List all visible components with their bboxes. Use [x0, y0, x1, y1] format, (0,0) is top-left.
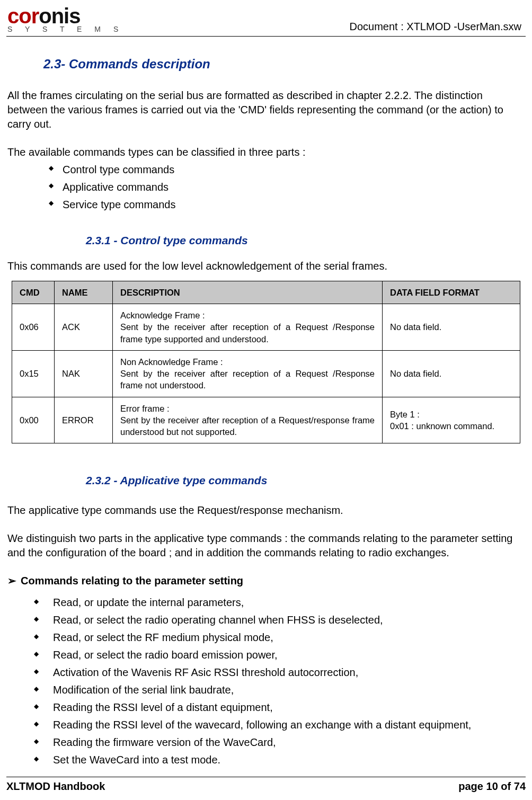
col-header-name: NAME	[55, 281, 113, 304]
section-2-3-intro-2: The available commands types can be clas…	[7, 145, 525, 159]
list-item: Reading the RSSI level of a distant equi…	[34, 700, 525, 715]
page-footer: XLTMOD Handbook page 10 of 74	[6, 777, 526, 793]
cell-name: ERROR	[55, 397, 113, 443]
footer-row: XLTMOD Handbook page 10 of 74	[6, 780, 526, 793]
section-2-3-title: 2.3- Commands description	[43, 56, 525, 73]
cell-desc: Acknowledge Frame :Sent by the receiver …	[113, 304, 383, 351]
section-2-3-1-intro: This commands are used for the low level…	[7, 259, 525, 273]
section-2-3-1-title: 2.3.1 - Control type commands	[86, 233, 525, 248]
list-item: Read, or select the radio operating chan…	[34, 613, 525, 627]
cell-desc: Non Acknowledge Frame :Sent by the recei…	[113, 350, 383, 397]
logo-text-red: cor	[7, 4, 39, 28]
param-setting-heading: ➢Commands relating to the parameter sett…	[7, 574, 525, 588]
cell-cmd: 0x00	[12, 397, 55, 443]
section-2-3-2-p2: We distinguish two parts in the applicat…	[7, 531, 525, 560]
cell-desc: Error frame :Sent by the receiver after …	[113, 397, 383, 443]
command-types-list: Control type commands Applicative comman…	[49, 163, 525, 212]
col-header-desc: DESCRIPTION	[113, 281, 383, 304]
logo-text-black: onis	[39, 4, 80, 28]
page-container: coronis S Y S T E M S Document : XTLMOD …	[0, 0, 532, 800]
cell-name: ACK	[55, 304, 113, 351]
list-item: Reading the firmware version of the Wave…	[34, 735, 525, 750]
cell-data: Byte 1 :0x01 : unknown command.	[383, 397, 520, 443]
list-item: Applicative commands	[49, 180, 525, 194]
param-setting-heading-text: Commands relating to the parameter setti…	[21, 575, 243, 586]
cell-cmd: 0x06	[12, 304, 55, 351]
table-row: 0x06 ACK Acknowledge Frame :Sent by the …	[12, 304, 520, 351]
logo-wordmark: coronis	[7, 5, 123, 26]
table-row: 0x15 NAK Non Acknowledge Frame :Sent by …	[12, 350, 520, 397]
cell-data: No data field.	[383, 350, 520, 397]
document-label: Document : XTLMOD -UserMan.sxw	[349, 21, 525, 33]
list-item: Read, or update the internal parameters,	[34, 595, 525, 610]
section-2-3-2-title: 2.3.2 - Applicative type commands	[86, 473, 525, 488]
col-header-cmd: CMD	[12, 281, 55, 304]
list-item: Reading the RSSI level of the wavecard, …	[34, 718, 525, 732]
list-item: Control type commands	[49, 163, 525, 177]
cell-data: No data field.	[383, 304, 520, 351]
cell-name: NAK	[55, 350, 113, 397]
page-header: coronis S Y S T E M S Document : XTLMOD …	[6, 5, 526, 36]
list-item: Set the WaveCard into a test mode.	[34, 753, 525, 767]
cell-cmd: 0x15	[12, 350, 55, 397]
logo: coronis S Y S T E M S	[7, 5, 123, 33]
footer-right: page 10 of 74	[458, 780, 526, 793]
list-item: Modification of the serial link baudrate…	[34, 683, 525, 697]
list-item: Read, or select the radio board emission…	[34, 648, 525, 662]
footer-left: XLTMOD Handbook	[6, 780, 105, 793]
list-item: Service type commands	[49, 198, 525, 212]
param-setting-list: Read, or update the internal parameters,…	[34, 595, 525, 767]
table-header-row: CMD NAME DESCRIPTION DATA FIELD FORMAT	[12, 281, 520, 304]
table-row: 0x00 ERROR Error frame :Sent by the rece…	[12, 397, 520, 443]
section-2-3-2-p1: The applicative type commands use the Re…	[7, 503, 525, 518]
control-commands-table: CMD NAME DESCRIPTION DATA FIELD FORMAT 0…	[12, 281, 520, 444]
list-item: Activation of the Wavenis RF Asic RSSI t…	[34, 665, 525, 680]
list-item: Read, or select the RF medium physical m…	[34, 630, 525, 645]
section-2-3-intro-1: All the frames circulating on the serial…	[7, 88, 525, 131]
footer-rule	[6, 777, 526, 777]
logo-subtitle: S Y S T E M S	[7, 25, 123, 33]
arrow-right-icon: ➢	[7, 575, 16, 586]
page-content: 2.3- Commands description All the frames…	[6, 37, 526, 767]
col-header-data: DATA FIELD FORMAT	[383, 281, 520, 304]
